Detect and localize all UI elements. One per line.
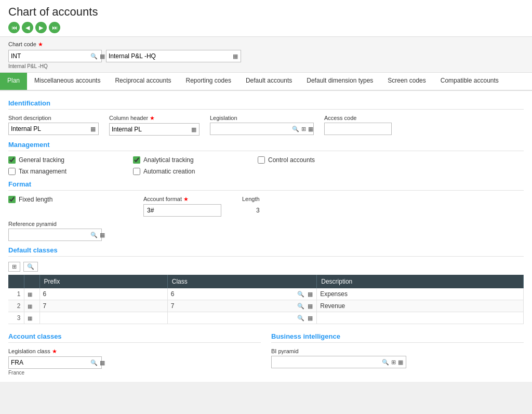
control-accounts-checkbox[interactable] [258,156,265,164]
bi-pyramid-search-icon[interactable]: 🔍 [381,359,390,366]
row-3-prefix [39,312,167,324]
short-description-input[interactable] [11,125,89,132]
bi-pyramid-expand-icon[interactable]: ⊞ [391,359,396,366]
nav-next-button[interactable]: ▶ [35,22,47,33]
tax-management-checkbox[interactable] [8,168,16,175]
bi-pyramid-grid-icon[interactable]: ▦ [397,359,404,366]
access-code-input-field [324,123,392,135]
legislation-class-input[interactable] [11,359,89,366]
tab-compatible-accounts[interactable]: Compatible accounts [433,73,506,90]
table-row: 2 ▦ 7 7 🔍 ▦ Revenue [8,300,524,312]
general-tracking-label: General tracking [19,156,64,164]
row-1-num: 1 [8,288,24,300]
chart-name-grid-icon[interactable]: ▦ [232,53,238,60]
legislation-grid-icon[interactable]: ▦ [308,126,314,132]
tab-default-dimension-types[interactable]: Default dimension types [299,73,380,90]
col-icon [24,275,39,288]
tab-plan[interactable]: Plan [0,73,27,90]
tab-reporting-codes[interactable]: Reporting codes [179,73,238,90]
legislation-class-grid-icon[interactable]: ▦ [99,359,105,366]
nav-prev-button[interactable]: ◀ [22,22,33,33]
tax-management-item: Tax management [8,168,112,175]
account-format-label: Account format ★ [143,196,221,203]
tab-default-accounts[interactable]: Default accounts [238,73,299,90]
column-header-grid-icon[interactable]: ▦ [191,126,197,133]
access-code-input[interactable] [327,125,405,132]
required-star: ★ [38,41,43,47]
chart-code-grid-icon[interactable]: ▦ [99,53,105,60]
table-row: 3 ▦ 🔍 ▦ [8,312,524,324]
account-classes-title: Account classes [8,332,261,343]
row-3-description [317,312,524,324]
access-code-group: Access code [324,115,392,135]
chart-code-bar: Chart code ★ 🔍 ▦ Internal P&L -HQ ▦ [0,37,532,73]
chart-code-label: Chart code ★ [8,41,524,48]
format-row-1: Fixed length Account format ★ Length 3 [8,196,524,217]
row-2-class-search[interactable]: 🔍 [297,303,305,310]
ref-pyramid-grid-icon[interactable]: ▦ [99,232,105,238]
bi-pyramid-input[interactable] [274,358,380,366]
bi-pyramid-group: BI pyramid 🔍 ⊞ ▦ [271,348,524,368]
default-classes-table: Prefix Class Description 1 ▦ 6 6 🔍 ▦ [8,275,524,324]
general-tracking-checkbox[interactable] [8,156,16,164]
length-label: Length [242,196,260,202]
legislation-class-group: Legislation class ★ 🔍 ▦ France [8,348,261,376]
tab-miscellaneous-accounts[interactable]: Miscellaneous accounts [27,73,108,90]
legislation-input[interactable] [212,125,290,132]
dc-expand-button[interactable]: ⊞ [8,262,20,272]
row-3-class-search[interactable]: 🔍 [297,315,305,322]
bi-pyramid-input-field: 🔍 ⊞ ▦ [271,356,406,368]
analytical-tracking-checkbox[interactable] [133,156,140,164]
management-row-1: General tracking Analytical tracking Con… [8,156,524,164]
length-group: Length 3 [242,196,260,216]
ref-pyramid-input[interactable] [11,231,89,238]
fixed-length-checkbox[interactable] [8,196,16,203]
row-3-class-grid[interactable]: ▦ [307,315,313,322]
column-header-input-field: ▦ [109,123,200,136]
format-title: Format [8,180,524,191]
general-tracking-item: General tracking [8,156,112,164]
row-3-icon[interactable]: ▦ [28,315,32,321]
chart-code-search-icon[interactable]: 🔍 [90,53,98,60]
automatic-creation-checkbox[interactable] [133,168,140,175]
tab-reciprocal-accounts[interactable]: Reciprocal accounts [108,73,178,90]
tabs-bar: Plan Miscellaneous accounts Reciprocal a… [0,73,532,91]
col-prefix: Prefix [39,275,167,288]
column-header-input[interactable] [112,126,190,133]
legislation-class-search-icon[interactable]: 🔍 [90,359,98,366]
analytical-tracking-label: Analytical tracking [143,156,194,164]
nav-first-button[interactable]: ⏮ [8,22,20,33]
legislation-group: Legislation 🔍 ⊞ ▦ [210,115,314,135]
table-row: 1 ▦ 6 6 🔍 ▦ Expenses [8,288,524,300]
row-1-class-cell: 6 🔍 ▦ [171,290,314,298]
tax-management-label: Tax management [19,168,66,175]
legislation-search-icon[interactable]: 🔍 [291,126,300,132]
row-1-icon[interactable]: ▦ [28,291,32,297]
section-identification: Identification Short description ▦ Colum… [8,99,524,136]
short-desc-grid-icon[interactable]: ▦ [90,126,96,132]
account-format-input[interactable] [143,204,221,217]
ref-pyramid-search-icon[interactable]: 🔍 [90,232,98,238]
row-1-class-search[interactable]: 🔍 [297,291,305,298]
ref-pyramid-input-field: 🔍 ▦ [8,229,102,241]
row-2-class-grid[interactable]: ▦ [307,303,313,310]
chart-name-input[interactable] [109,52,231,60]
fixed-length-item: Fixed length [8,196,102,203]
section-business-intelligence: Business intelligence BI pyramid 🔍 ⊞ ▦ [271,330,524,376]
chart-code-input[interactable] [11,52,89,60]
row-2-num: 2 [8,300,24,312]
section-default-classes: Default classes ⊞ 🔍 Prefix Class Descrip… [8,246,524,324]
identification-row: Short description ▦ Column header ★ ▦ [8,115,524,136]
legislation-expand-icon[interactable]: ⊞ [301,126,307,132]
section-format: Format Fixed length Account format ★ Len… [8,180,524,241]
row-1-class-grid[interactable]: ▦ [307,291,313,298]
short-description-input-field: ▦ [8,123,99,135]
row-2-icon[interactable]: ▦ [28,303,32,309]
col-description: Description [317,275,524,288]
dc-search-button[interactable]: 🔍 [23,262,38,272]
section-management: Management General tracking Analytical t… [8,141,524,175]
section-account-classes: Account classes Legislation class ★ 🔍 ▦ … [8,330,261,376]
nav-last-button[interactable]: ⏭ [49,22,60,33]
tab-screen-codes[interactable]: Screen codes [380,73,433,90]
bottom-sections: Account classes Legislation class ★ 🔍 ▦ … [8,330,524,376]
